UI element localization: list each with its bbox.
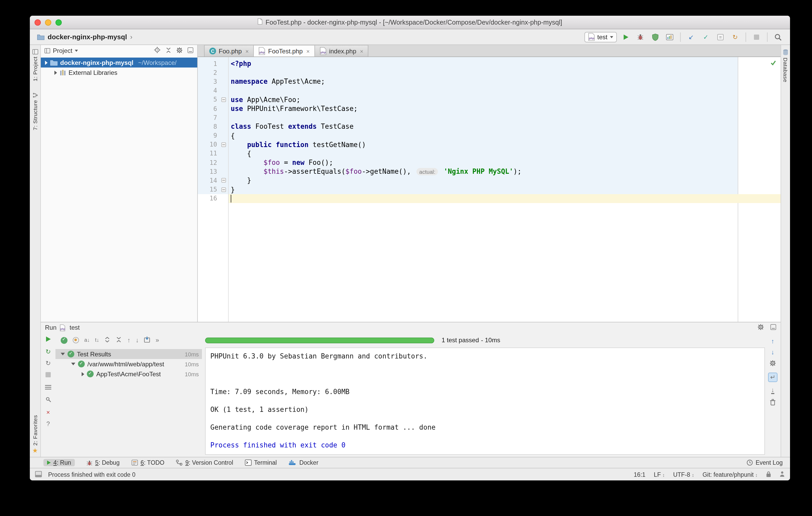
pin-icon[interactable] <box>45 397 51 404</box>
code-line[interactable]: } <box>229 185 781 194</box>
tab-foo-php[interactable]: Foo.php × <box>204 45 254 57</box>
code-line[interactable]: namespace AppTest\Acme; <box>229 77 781 86</box>
external-libraries-row[interactable]: External Libraries <box>41 67 197 78</box>
fold-marker-icon[interactable] <box>221 178 226 183</box>
breadcrumb-project-name[interactable]: docker-nginx-php-mysql <box>48 33 127 41</box>
run-config-select[interactable]: php test <box>584 32 617 42</box>
code-line[interactable]: $foo = new Foo(); <box>229 158 781 167</box>
console-line[interactable] <box>210 370 760 378</box>
move-up-icon[interactable]: ↑ <box>771 338 774 344</box>
settings-icon[interactable] <box>758 324 764 332</box>
gutter-line[interactable]: 6 <box>198 104 228 113</box>
test-console[interactable]: PHPUnit 6.3.0 by Sebastian Bergmann and … <box>205 347 765 455</box>
inspections-ok-icon[interactable] <box>770 60 776 67</box>
code-line[interactable]: use App\Acme\Foo; <box>229 95 781 104</box>
gutter-line[interactable]: 2 <box>198 68 228 77</box>
run-profiler-button[interactable] <box>664 31 675 42</box>
toolwindow-toggle-icon[interactable] <box>35 471 42 478</box>
tab-index-php[interactable]: php index.php × <box>315 45 369 57</box>
debug-button[interactable] <box>635 31 646 42</box>
code-line[interactable] <box>229 194 781 203</box>
collapse-all-button[interactable] <box>165 47 172 55</box>
help-icon[interactable]: ? <box>46 421 50 427</box>
code-line[interactable]: use PHPUnit\Framework\TestCase; <box>229 104 781 113</box>
tool-button-terminal[interactable]: Terminal <box>244 459 277 466</box>
code-line[interactable]: <?php <box>229 59 781 68</box>
inspections-profile-icon[interactable] <box>780 471 785 478</box>
tab-footest-php[interactable]: php FooTest.php × <box>254 45 315 57</box>
gutter-line[interactable]: 14 <box>198 176 228 185</box>
fold-marker-icon[interactable] <box>221 97 226 102</box>
close-icon[interactable]: × <box>360 48 364 54</box>
console-line[interactable]: Generating code coverage report in HTML … <box>210 423 760 432</box>
project-view-select[interactable]: Project <box>53 47 72 54</box>
zoom-window-button[interactable] <box>55 19 62 26</box>
fold-marker-icon[interactable] <box>221 142 226 147</box>
chevron-down-icon[interactable] <box>61 353 65 355</box>
code-editor[interactable]: 12345678910111213141516 <?phpnamespace A… <box>198 57 781 322</box>
code-line[interactable]: { <box>229 131 781 140</box>
code-line[interactable] <box>229 113 781 122</box>
stop-button[interactable] <box>751 31 762 42</box>
tool-button-favorites-stripe[interactable]: 2: Favorites ★ <box>32 415 38 454</box>
tool-button-debug[interactable]: 5: Debug <box>86 459 120 466</box>
console-line[interactable] <box>210 396 760 405</box>
gutter-line[interactable]: 8 <box>198 122 228 131</box>
console-line[interactable]: Time: 7.09 seconds, Memory: 6.00MB <box>210 387 760 396</box>
console-settings-icon[interactable] <box>770 360 776 368</box>
code-line[interactable]: class FooTest extends TestCase <box>229 122 781 131</box>
next-occurrence-icon[interactable]: ↓ <box>136 337 139 343</box>
rerun-button[interactable] <box>46 336 51 343</box>
run-coverage-button[interactable] <box>649 31 661 42</box>
vcs-update-button[interactable]: ↙ <box>686 31 697 42</box>
tool-button-docker[interactable]: Docker <box>288 459 318 466</box>
git-branch-select[interactable]: Git: feature/phpunit <box>702 471 758 478</box>
show-passed-icon[interactable] <box>61 337 67 344</box>
hide-panel-icon[interactable] <box>187 47 194 55</box>
clear-console-icon[interactable] <box>770 399 776 407</box>
event-log-button[interactable]: Event Log <box>747 459 783 466</box>
close-icon[interactable]: × <box>46 409 50 415</box>
close-window-button[interactable] <box>34 19 41 26</box>
code-line[interactable]: } <box>229 176 781 185</box>
console-line[interactable] <box>210 432 760 441</box>
code-line[interactable]: $this->assertEquals($foo->getName(), act… <box>229 167 781 176</box>
close-icon[interactable]: × <box>245 48 249 54</box>
encoding-select[interactable]: UTF-8 <box>673 471 694 478</box>
code-line[interactable]: { <box>229 149 781 158</box>
vcs-diff-button[interactable]: = <box>715 31 726 42</box>
console-line[interactable]: OK (1 test, 1 assertion) <box>210 405 760 414</box>
project-root-row[interactable]: docker-nginx-php-mysql ~/Workspace/ <box>41 58 197 67</box>
close-icon[interactable]: × <box>306 48 310 54</box>
console-line[interactable] <box>210 414 760 423</box>
tool-button-database-stripe[interactable]: Database <box>782 49 789 82</box>
caret-position-widget[interactable]: 16:1 <box>634 471 646 478</box>
gutter-line[interactable]: 11 <box>198 149 228 158</box>
tool-button-structure-stripe[interactable]: 7: Structure <box>32 93 38 131</box>
chevron-right-icon[interactable] <box>45 60 48 65</box>
chevron-right-icon[interactable] <box>82 372 84 376</box>
line-separator-select[interactable]: LF <box>654 471 665 478</box>
fold-marker-icon[interactable] <box>221 187 226 192</box>
previous-occurrence-icon[interactable]: ↑ <box>127 337 130 343</box>
gutter-line[interactable]: 16 <box>198 194 228 203</box>
test-tree-row-results[interactable]: Test Results 10ms <box>55 349 202 359</box>
lock-icon[interactable] <box>766 471 771 478</box>
run-panel-config-name[interactable]: test <box>69 324 80 331</box>
stop-icon[interactable] <box>46 372 51 379</box>
tool-button-todo[interactable]: 6: TODO <box>131 459 164 466</box>
toggle-auto-test-icon[interactable]: ↻ <box>46 360 51 366</box>
gutter-line[interactable]: 12 <box>198 158 228 167</box>
gutter-line[interactable]: 13 <box>198 167 228 176</box>
chevron-down-icon[interactable] <box>75 50 78 52</box>
vcs-revert-button[interactable]: ↻ <box>729 31 741 42</box>
show-ignored-icon[interactable] <box>73 337 79 343</box>
test-history-icon[interactable] <box>144 336 150 344</box>
breadcrumb[interactable]: docker-nginx-php-mysql › <box>37 33 133 41</box>
sort-alphabetically-icon[interactable]: a↓ <box>84 338 90 343</box>
vcs-commit-button[interactable]: ✓ <box>700 31 712 42</box>
gutter-line[interactable]: 10 <box>198 140 228 149</box>
collapse-all-icon[interactable] <box>116 336 122 344</box>
console-line[interactable] <box>210 361 760 370</box>
locate-file-button[interactable] <box>154 47 161 55</box>
